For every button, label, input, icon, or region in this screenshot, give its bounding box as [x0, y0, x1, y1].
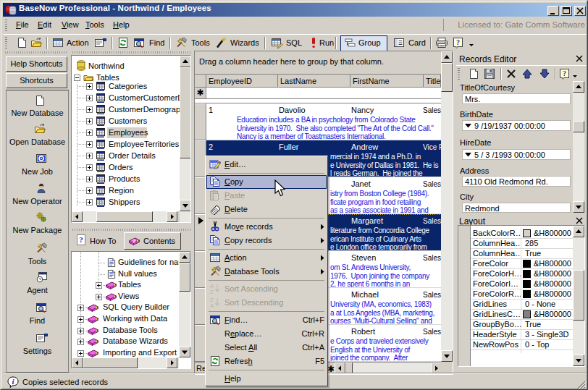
svg-text:A: A	[210, 302, 214, 308]
svg-text:?: ?	[133, 238, 136, 245]
svg-text:?: ?	[79, 235, 83, 244]
svg-text:Z: Z	[210, 289, 214, 294]
svg-text:?: ?	[456, 38, 460, 46]
svg-text:?: ?	[563, 69, 566, 77]
